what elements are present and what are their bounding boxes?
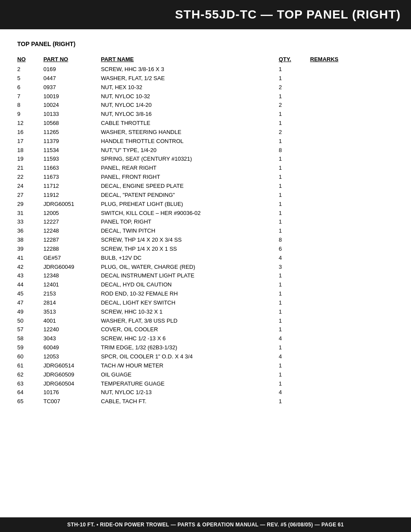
cell-qty: 1 [279, 227, 310, 236]
cell-qty: 1 [279, 370, 310, 380]
table-header-row: NO PART NO PART NAME QTY. REMARKS [17, 55, 394, 65]
cell-part_no: 11912 [44, 191, 101, 200]
cell-part_no: 12288 [44, 245, 101, 254]
cell-no: 22 [17, 173, 44, 182]
cell-qty: 1 [279, 397, 310, 406]
cell-part_name: TACH /W HOUR METER [101, 361, 279, 370]
cell-remarks [310, 334, 394, 343]
cell-part_no: 12240 [44, 325, 101, 334]
cell-remarks [310, 191, 394, 200]
cell-remarks [310, 155, 394, 164]
parts-table: NO PART NO PART NAME QTY. REMARKS 20169S… [17, 55, 394, 406]
cell-part_name: DECAL, "PATENT PENDING" [101, 191, 279, 200]
cell-no: 8 [17, 101, 44, 110]
cell-no: 17 [17, 137, 44, 146]
cell-part_no: 4001 [44, 317, 101, 326]
cell-remarks [310, 146, 394, 155]
cell-no: 24 [17, 182, 44, 191]
cell-remarks [310, 173, 394, 182]
cell-no: 41 [17, 254, 44, 263]
cell-part_no: 11673 [44, 173, 101, 182]
table-row: 1811534NUT,"U" TYPE, 1/4-208 [17, 146, 394, 155]
col-header-partno: PART NO [44, 55, 101, 65]
cell-no: 42 [17, 263, 44, 272]
cell-no: 18 [17, 146, 44, 155]
cell-part_no: 10019 [44, 92, 101, 101]
cell-remarks [310, 164, 394, 173]
cell-no: 47 [17, 299, 44, 308]
cell-remarks [310, 397, 394, 406]
cell-no: 44 [17, 280, 44, 289]
cell-remarks [310, 74, 394, 83]
cell-remarks [310, 280, 394, 289]
cell-part_name: DECAL, LIGHT KEY SWITCH [101, 299, 279, 308]
cell-part_name: SCREW, HHC 1/2 -13 X 6 [101, 334, 279, 343]
cell-part_name: DECAL, TWIN PITCH [101, 227, 279, 236]
table-row: 710019NUT, NYLOC 10-321 [17, 92, 394, 101]
table-row: 5712240COVER, OIL COOLER1 [17, 325, 394, 334]
cell-part_no: 12005 [44, 209, 101, 218]
table-row: 2411712DECAL, ENGINE SPEED PLATE1 [17, 182, 394, 191]
cell-part_no: 3513 [44, 308, 101, 317]
cell-part_no: 2814 [44, 299, 101, 308]
table-row: 1611265WASHER, STEERING HANDLE2 [17, 128, 394, 137]
table-row: 2211673PANEL, FRONT RIGHT1 [17, 173, 394, 182]
cell-part_name: SCREW, THP 1/4 X 20 X 1 SS [101, 245, 279, 254]
table-row: 583043SCREW, HHC 1/2 -13 X 64 [17, 334, 394, 343]
table-row: 3812287SCREW, THP 1/4 X 20 X 3/4 SS8 [17, 236, 394, 245]
cell-part_name: CABLE, TACH FT. [101, 397, 279, 406]
cell-remarks [310, 254, 394, 263]
cell-part_no: 11265 [44, 128, 101, 137]
cell-part_no: 11663 [44, 164, 101, 173]
table-row: 50447WASHER, FLAT, 1/2 SAE1 [17, 74, 394, 83]
cell-qty: 1 [279, 289, 310, 299]
cell-remarks [310, 209, 394, 218]
cell-remarks [310, 370, 394, 380]
col-header-qty: QTY. [279, 55, 310, 65]
cell-part_name: TRIM EDGE, 1/32 (62B3-1/32) [101, 343, 279, 352]
cell-remarks [310, 317, 394, 326]
cell-qty: 1 [279, 191, 310, 200]
cell-qty: 4 [279, 352, 310, 361]
table-row: 63JDRG60504TEMPERATURE GUAGE1 [17, 380, 394, 389]
cell-remarks [310, 110, 394, 119]
cell-part_name: NUT, NYLOC 10-32 [101, 92, 279, 101]
table-row: 62JDRG60509OIL GUAGE1 [17, 370, 394, 380]
cell-part_no: 0937 [44, 83, 101, 92]
cell-no: 63 [17, 380, 44, 389]
table-row: 5960049TRIM EDGE, 1/32 (62B3-1/32)1 [17, 343, 394, 352]
footer-bar: STH-10 FT. • RIDE-ON POWER TROWEL — PART… [0, 517, 411, 532]
cell-remarks [310, 245, 394, 254]
table-row: 1911593SPRING, SEAT (CENTURY #10321)1 [17, 155, 394, 164]
cell-no: 58 [17, 334, 44, 343]
cell-remarks [310, 236, 394, 245]
cell-no: 27 [17, 191, 44, 200]
cell-no: 7 [17, 92, 44, 101]
cell-qty: 1 [279, 343, 310, 352]
cell-qty: 4 [279, 254, 310, 263]
cell-no: 31 [17, 209, 44, 218]
cell-part_no: 10024 [44, 101, 101, 110]
table-row: 6410176NUT, NYLOC 1/2-134 [17, 388, 394, 397]
cell-part_name: OIL GUAGE [101, 370, 279, 380]
cell-no: 39 [17, 245, 44, 254]
table-row: 41GE#57BULB, +12V DC4 [17, 254, 394, 263]
cell-remarks [310, 227, 394, 236]
cell-qty: 8 [279, 236, 310, 245]
col-header-no: NO [17, 55, 44, 65]
cell-part_no: TC007 [44, 397, 101, 406]
cell-no: 64 [17, 388, 44, 397]
table-row: 3912288SCREW, THP 1/4 X 20 X 1 SS6 [17, 245, 394, 254]
cell-part_no: 2153 [44, 289, 101, 299]
cell-part_name: PLUG, PREHEAT LIGHT (BLUE) [101, 200, 279, 209]
cell-part_name: PLUG, OIL, WATER, CHARGE (RED) [101, 263, 279, 272]
cell-remarks [310, 263, 394, 272]
cell-qty: 1 [279, 119, 310, 128]
cell-part_no: 12348 [44, 271, 101, 280]
cell-part_no: 0169 [44, 65, 101, 74]
cell-part_no: 12227 [44, 218, 101, 227]
table-row: 2111663PANEL, REAR RIGHT1 [17, 164, 394, 173]
table-row: 1210568CABLE THROTTLE1 [17, 119, 394, 128]
cell-remarks [310, 128, 394, 137]
cell-no: 61 [17, 361, 44, 370]
